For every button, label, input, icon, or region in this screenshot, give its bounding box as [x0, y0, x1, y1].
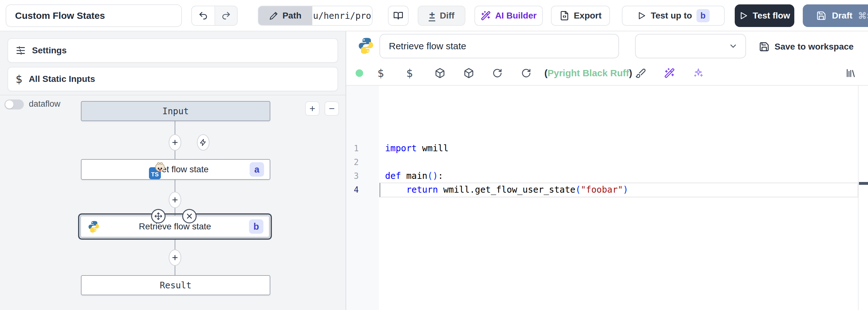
- step-id-badge-b: b: [249, 219, 264, 234]
- redo-icon: [221, 11, 231, 21]
- overview-ruler-cursor-mark: [859, 182, 868, 185]
- ai-sparkles-icon[interactable]: [693, 68, 704, 79]
- zoom-in-button[interactable]: +: [305, 101, 319, 116]
- code-line-3: 3def main():: [346, 169, 824, 183]
- typescript-bun-icon: TS: [149, 166, 162, 179]
- flow-graph-panel: Settings $ All Static Inputs dataflow + …: [0, 31, 346, 310]
- contextual-variable-icon[interactable]: $: [406, 67, 413, 79]
- plus-minus-icon: ±: [429, 10, 436, 21]
- code-text: import wmill: [385, 142, 448, 155]
- code-line-1: 1import wmill: [346, 142, 824, 155]
- undo-redo-group: [191, 6, 238, 26]
- undo-button[interactable]: [192, 6, 215, 25]
- sliders-icon: [16, 46, 26, 56]
- test-flow-label: Test flow: [753, 11, 790, 21]
- file-code-icon: [559, 11, 569, 21]
- code-text: return wmill.get_flow_user_state("foobar…: [385, 183, 628, 197]
- code-editor[interactable]: 1import wmill23def main():4 return wmill…: [346, 86, 868, 310]
- lightning-icon: [199, 139, 207, 146]
- ai-edit-icon[interactable]: [664, 68, 675, 79]
- canvas-divider: [0, 95, 346, 95]
- ai-builder-label: AI Builder: [495, 11, 536, 21]
- flow-node-input[interactable]: Input: [81, 101, 270, 121]
- move-step-handle[interactable]: [151, 209, 165, 223]
- add-resource-icon[interactable]: [435, 68, 445, 79]
- resource-type-icon[interactable]: [463, 68, 474, 79]
- step-options-dropdown[interactable]: [635, 34, 746, 58]
- step-title-input[interactable]: Retrieve flow state: [379, 34, 619, 58]
- draft-save-button[interactable]: Draft ⌘S: [803, 4, 868, 27]
- path-label: Path: [283, 11, 302, 21]
- test-up-to-step-badge: b: [696, 9, 710, 22]
- all-static-inputs-label: All Static Inputs: [29, 74, 95, 84]
- reload-icon[interactable]: [521, 68, 531, 78]
- dollar-icon: $: [16, 73, 23, 85]
- flow-node-set-flow-state[interactable]: TS Set flow state a: [81, 159, 270, 180]
- dataflow-toggle[interactable]: [4, 100, 24, 110]
- save-icon: [816, 11, 826, 21]
- draft-label: Draft: [832, 11, 852, 21]
- pencil-icon: [269, 11, 278, 20]
- line-number: 4: [346, 183, 359, 197]
- lsp-status-dot: [355, 69, 363, 77]
- close-icon: [185, 212, 193, 220]
- code-line-4: 4 return wmill.get_flow_user_state("foob…: [346, 183, 824, 197]
- docs-button[interactable]: [388, 6, 409, 26]
- editor-gutter: [346, 86, 379, 310]
- line-number: 1: [346, 142, 359, 155]
- diff-button[interactable]: ± Diff: [418, 6, 465, 26]
- flow-name-value: Custom Flow States: [15, 10, 105, 21]
- code-text: def main():: [385, 169, 443, 183]
- code-assistants-status: (Pyright Black Ruff): [545, 68, 632, 79]
- play-icon: [637, 11, 646, 20]
- editor-toolbar: $ $ (Pyright Black Ruff): [346, 61, 868, 86]
- book-open-icon: [393, 11, 403, 21]
- delete-step-button[interactable]: [182, 209, 197, 223]
- wand-sparkles-icon: [481, 11, 491, 21]
- format-code-icon[interactable]: [635, 68, 646, 79]
- overview-ruler[interactable]: [858, 86, 859, 310]
- zoom-out-glyph: −: [329, 104, 335, 114]
- python-icon: [357, 36, 375, 55]
- insert-step-button-1[interactable]: [169, 134, 181, 150]
- line-number: 3: [346, 169, 359, 183]
- settings-item[interactable]: Settings: [7, 38, 338, 63]
- save-icon: [759, 41, 770, 52]
- plus-icon: [171, 254, 179, 261]
- result-node-label: Result: [160, 280, 191, 290]
- redo-button[interactable]: [215, 6, 237, 25]
- draft-shortcut: ⌘S: [858, 11, 868, 21]
- zoom-out-button[interactable]: −: [324, 101, 339, 116]
- flow-node-result[interactable]: Result: [81, 275, 270, 295]
- flow-name-input[interactable]: Custom Flow States: [6, 4, 182, 27]
- undo-icon: [198, 11, 208, 21]
- insert-trigger-button[interactable]: [197, 134, 210, 150]
- step-editor-panel: Retrieve flow state Save to workspace $ …: [346, 31, 868, 310]
- reset-content-icon[interactable]: [492, 68, 502, 78]
- code-line-2: 2: [346, 155, 824, 169]
- dataflow-toggle-label: dataflow: [29, 99, 61, 109]
- play-icon: [739, 11, 748, 20]
- path-button[interactable]: Path u/henri/pro: [258, 6, 373, 26]
- insert-step-button-2[interactable]: [169, 192, 181, 208]
- library-icon[interactable]: [845, 68, 856, 79]
- plus-icon: [171, 139, 179, 146]
- test-up-to-button[interactable]: Test up to b: [622, 6, 725, 26]
- path-label-segment: Path: [258, 6, 312, 25]
- settings-label: Settings: [32, 46, 66, 56]
- insert-step-button-3[interactable]: [169, 249, 181, 266]
- flow-node-retrieve-flow-state[interactable]: Retrieve flow state b: [80, 216, 270, 237]
- all-static-inputs-item[interactable]: $ All Static Inputs: [7, 67, 338, 91]
- test-flow-button[interactable]: Test flow: [735, 4, 794, 27]
- ai-builder-button[interactable]: AI Builder: [474, 6, 543, 26]
- line-number: 2: [346, 155, 359, 169]
- export-label: Export: [574, 11, 602, 21]
- input-node-label: Input: [162, 106, 189, 116]
- add-variable-icon[interactable]: $: [377, 67, 384, 79]
- path-value: u/henri/pro: [312, 6, 372, 25]
- export-button[interactable]: Export: [551, 6, 610, 26]
- step-title-value: Retrieve flow state: [389, 41, 466, 52]
- save-to-workspace-button[interactable]: Save to workspace: [759, 38, 854, 55]
- test-up-to-label: Test up to: [651, 11, 692, 21]
- diff-label: Diff: [440, 11, 454, 21]
